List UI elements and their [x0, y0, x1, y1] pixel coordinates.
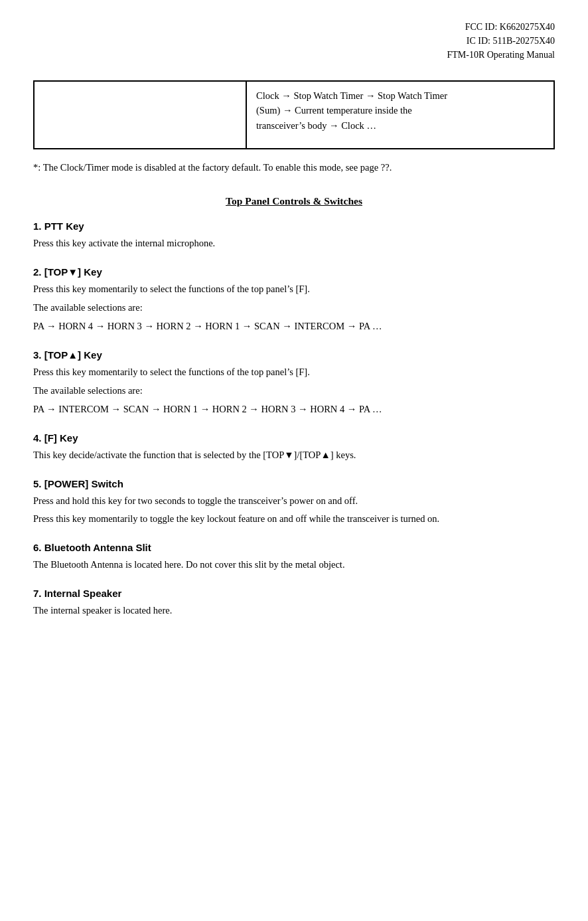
clock-table: Clock → Stop Watch Timer → Stop Watch Ti… [33, 80, 555, 149]
table-text-line3: transceiver’s body → Clock … [256, 118, 544, 133]
item-body-line-5-2: Press this key momentarily to toggle the… [33, 511, 555, 527]
item-heading-2: 2. [TOP▼] Key [33, 266, 555, 278]
table-text-line1: Clock → Stop Watch Timer → Stop Watch Ti… [256, 88, 544, 103]
item-body-6: The Bluetooth Antenna is located here. D… [33, 557, 555, 573]
item-body-line-1-1: Press this key activate the internal mic… [33, 236, 555, 252]
item-block-3: 3. [TOP▲] KeyPress this key momentarily … [33, 349, 555, 418]
item-body-line-2-3: PA → HORN 4 → HORN 3 → HORN 2 → HORN 1 →… [33, 319, 555, 335]
header-line3: FTM-10R Operating Manual [33, 48, 555, 62]
item-heading-7: 7. Internal Speaker [33, 588, 555, 599]
item-body-4: This key decide/activate the function th… [33, 448, 555, 463]
item-body-line-2-1: Press this key momentarily to select the… [33, 282, 555, 297]
item-body-7: The internal speaker is located here. [33, 603, 555, 619]
item-block-5: 5. [POWER] SwitchPress and hold this key… [33, 478, 555, 528]
item-block-7: 7. Internal SpeakerThe internal speaker … [33, 588, 555, 619]
item-body-2: Press this key momentarily to select the… [33, 282, 555, 335]
table-text-line2: (Sum) → Current temperature inside the [256, 103, 544, 118]
page-header: FCC ID: K6620275X40 IC ID: 511B-20275X40… [33, 20, 555, 62]
item-heading-6: 6. Bluetooth Antenna Slit [33, 542, 555, 553]
item-block-4: 4. [F] KeyThis key decide/activate the f… [33, 432, 555, 463]
section-title: Top Panel Controls & Switches [33, 195, 555, 207]
item-body-line-3-3: PA → INTERCOM → SCAN → HORN 1 → HORN 2 →… [33, 402, 555, 418]
item-body-line-3-2: The available selections are: [33, 383, 555, 399]
item-block-6: 6. Bluetooth Antenna SlitThe Bluetooth A… [33, 542, 555, 573]
item-body-1: Press this key activate the internal mic… [33, 236, 555, 252]
item-body-3: Press this key momentarily to select the… [33, 365, 555, 418]
item-heading-1: 1. PTT Key [33, 220, 555, 232]
item-block-2: 2. [TOP▼] KeyPress this key momentarily … [33, 266, 555, 335]
table-right-cell: Clock → Stop Watch Timer → Stop Watch Ti… [247, 82, 553, 148]
item-body-line-3-1: Press this key momentarily to select the… [33, 365, 555, 380]
item-body-line-2-2: The available selections are: [33, 300, 555, 316]
item-body-line-4-1: This key decide/activate the function th… [33, 448, 555, 463]
item-heading-3: 3. [TOP▲] Key [33, 349, 555, 361]
header-line1: FCC ID: K6620275X40 [33, 20, 555, 34]
header-line2: IC ID: 511B-20275X40 [33, 34, 555, 48]
table-left-cell [35, 82, 247, 148]
items-container: 1. PTT KeyPress this key activate the in… [33, 220, 555, 619]
item-body-5: Press and hold this key for two seconds … [33, 493, 555, 528]
item-heading-4: 4. [F] Key [33, 432, 555, 444]
item-heading-5: 5. [POWER] Switch [33, 478, 555, 489]
item-body-line-5-1: Press and hold this key for two seconds … [33, 493, 555, 509]
item-block-1: 1. PTT KeyPress this key activate the in… [33, 220, 555, 252]
footnote: *: The Clock/Timer mode is disabled at t… [33, 160, 555, 175]
item-body-line-6-1: The Bluetooth Antenna is located here. D… [33, 557, 555, 573]
item-body-line-7-1: The internal speaker is located here. [33, 603, 555, 619]
